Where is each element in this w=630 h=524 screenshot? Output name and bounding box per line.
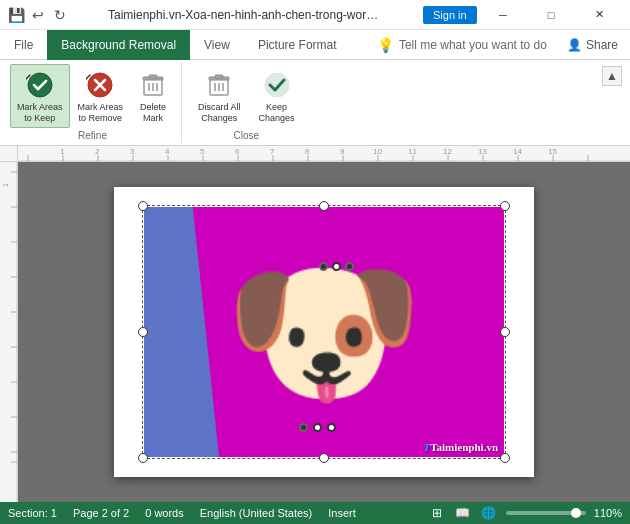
- watermark-text: Taimienphi.vn: [430, 441, 498, 453]
- refine-buttons: Mark Areasto Keep Mark Areasto Remove: [10, 62, 175, 130]
- ribbon-content: Mark Areasto Keep Mark Areasto Remove: [0, 60, 630, 146]
- tab-file[interactable]: File: [0, 30, 47, 60]
- svg-text:3: 3: [130, 147, 135, 156]
- mark-areas-remove-button[interactable]: Mark Areasto Remove: [72, 65, 130, 128]
- mark-areas-keep-button[interactable]: Mark Areasto Keep: [10, 64, 70, 129]
- mode-info: Insert: [328, 507, 356, 519]
- title-text: Taimienphi.vn-Xoa-nen-hinh-anh-chen-tron…: [68, 8, 423, 22]
- delete-mark-icon: [137, 69, 169, 101]
- mark-dot-4: [299, 423, 308, 432]
- page-info: Page 2 of 2: [73, 507, 129, 519]
- title-bar-icons: 💾 ↩ ↻: [8, 7, 68, 23]
- ribbon-search-area: 💡 Tell me what you want to do: [369, 37, 555, 53]
- print-layout-icon[interactable]: ⊞: [428, 504, 446, 522]
- ribbon-group-close: Discard AllChanges KeepChanges Close: [182, 62, 311, 143]
- watermark: TTaimienphi.vn: [424, 441, 499, 453]
- ruler-horizontal: 1 2 3 4 5 6 7 8 9 10 11 12 13 14 15: [18, 146, 630, 162]
- discard-icon: [203, 69, 235, 101]
- tab-view[interactable]: View: [190, 30, 244, 60]
- ribbon-group-refine: Mark Areasto Keep Mark Areasto Remove: [4, 62, 182, 143]
- image-container[interactable]: 🐶: [144, 207, 504, 457]
- word-count: 0 words: [145, 507, 184, 519]
- mark-dots-bottom: [299, 423, 336, 432]
- svg-text:13: 13: [478, 147, 487, 156]
- ruler-corner: [0, 146, 18, 162]
- svg-text:8: 8: [305, 147, 310, 156]
- zoom-thumb[interactable]: [571, 508, 581, 518]
- svg-text:1: 1: [60, 147, 65, 156]
- document-area: 1 🐶: [0, 162, 630, 502]
- mark-dot-5: [313, 423, 322, 432]
- delete-mark-label: DeleteMark: [140, 102, 166, 124]
- minimize-button[interactable]: ─: [480, 0, 526, 30]
- status-right-area: ⊞ 📖 🌐 110%: [428, 504, 622, 522]
- close-group-label: Close: [192, 130, 301, 143]
- language-info: English (United States): [200, 507, 313, 519]
- vertical-ruler-svg: 1: [0, 162, 18, 502]
- undo-icon[interactable]: ↩: [30, 7, 46, 23]
- svg-text:12: 12: [443, 147, 452, 156]
- svg-text:15: 15: [548, 147, 557, 156]
- refine-group-label: Refine: [10, 130, 175, 143]
- ribbon-tabs: File Background Removal View Picture For…: [0, 30, 369, 60]
- mark-dot-3: [345, 262, 354, 271]
- window-controls: ─ □ ✕: [480, 0, 622, 30]
- svg-text:9: 9: [340, 147, 345, 156]
- svg-rect-14: [215, 75, 223, 78]
- keep-changes-icon: [261, 69, 293, 101]
- keep-changes-label: KeepChanges: [259, 102, 295, 124]
- discard-changes-button[interactable]: Discard AllChanges: [192, 65, 247, 128]
- ruler-area: 1 2 3 4 5 6 7 8 9 10 11 12 13 14 15: [0, 146, 630, 162]
- web-layout-icon[interactable]: 🌐: [480, 504, 498, 522]
- mark-dot-2: [332, 262, 341, 271]
- svg-text:14: 14: [513, 147, 522, 156]
- mark-keep-label: Mark Areasto Keep: [17, 102, 63, 124]
- ruler-svg: 1 2 3 4 5 6 7 8 9 10 11 12 13 14 15: [18, 146, 630, 162]
- mark-remove-label: Mark Areasto Remove: [78, 102, 124, 124]
- tab-background-removal[interactable]: Background Removal: [47, 30, 190, 60]
- mark-keep-icon: [24, 69, 56, 101]
- svg-text:10: 10: [373, 147, 382, 156]
- svg-text:1: 1: [2, 183, 9, 187]
- status-bar: Section: 1 Page 2 of 2 0 words English (…: [0, 502, 630, 524]
- ribbon-collapse-button[interactable]: ▲: [602, 66, 622, 86]
- save-icon[interactable]: 💾: [8, 7, 24, 23]
- redo-icon[interactable]: ↻: [52, 7, 68, 23]
- tab-picture-format[interactable]: Picture Format: [244, 30, 351, 60]
- svg-text:5: 5: [200, 147, 205, 156]
- svg-text:2: 2: [95, 147, 100, 156]
- share-label: Share: [586, 38, 618, 52]
- ribbon-collapse-area: ▲: [598, 62, 626, 143]
- close-buttons: Discard AllChanges KeepChanges: [192, 62, 301, 130]
- person-icon: 👤: [567, 38, 582, 52]
- title-bar: 💾 ↩ ↻ Taimienphi.vn-Xoa-nen-hinh-anh-che…: [0, 0, 630, 30]
- zoom-level: 110%: [594, 507, 622, 519]
- mark-dot-6: [327, 423, 336, 432]
- ruler-vertical: 1: [0, 162, 18, 502]
- delete-mark-button[interactable]: DeleteMark: [131, 65, 175, 128]
- close-button[interactable]: ✕: [576, 0, 622, 30]
- lightbulb-icon: 💡: [377, 37, 394, 53]
- document-page: 🐶: [114, 187, 534, 477]
- maximize-button[interactable]: □: [528, 0, 574, 30]
- zoom-slider[interactable]: [506, 511, 586, 515]
- dog-image: 🐶: [144, 207, 504, 457]
- share-button[interactable]: 👤 Share: [555, 30, 630, 60]
- ribbon-search-text[interactable]: Tell me what you want to do: [399, 38, 547, 52]
- mark-dot-1: [319, 262, 328, 271]
- keep-changes-button[interactable]: KeepChanges: [253, 65, 301, 128]
- read-mode-icon[interactable]: 📖: [454, 504, 472, 522]
- svg-text:11: 11: [408, 147, 417, 156]
- svg-rect-8: [149, 75, 157, 78]
- mark-remove-icon: [84, 69, 116, 101]
- svg-text:6: 6: [235, 147, 240, 156]
- svg-text:4: 4: [165, 147, 170, 156]
- mark-dots-top: [319, 262, 354, 271]
- page-area: 🐶: [18, 162, 630, 502]
- ribbon-tab-row: File Background Removal View Picture For…: [0, 30, 630, 60]
- sign-in-button[interactable]: Sign in: [423, 6, 477, 24]
- svg-text:7: 7: [270, 147, 275, 156]
- discard-label: Discard AllChanges: [198, 102, 241, 124]
- svg-point-0: [28, 73, 52, 97]
- section-info: Section: 1: [8, 507, 57, 519]
